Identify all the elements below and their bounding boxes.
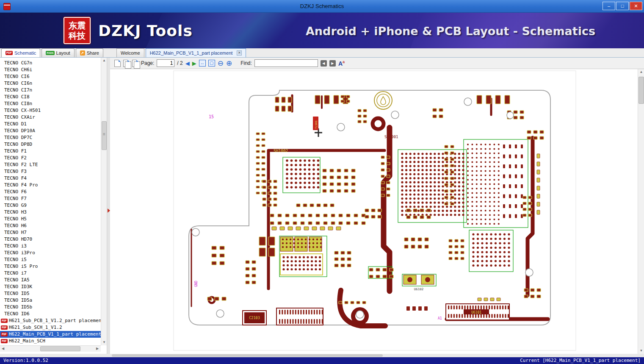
scroll-up-arrow[interactable]: ▲	[638, 69, 644, 75]
maximize-button[interactable]: □	[616, 2, 629, 10]
model-item[interactable]: TECNO CI8	[0, 94, 101, 100]
pcb-viewport[interactable]: 15 SH1002 SH1001 GND A1 C2103 U6101 U610…	[110, 69, 638, 354]
model-item[interactable]: TECNO i3	[0, 243, 101, 250]
file-item[interactable]: PDFH622_Main_SCH	[0, 338, 101, 345]
sidebar-horizontal-scrollbar[interactable]: ◀ ▶	[0, 345, 101, 352]
sidebar-vertical-scrollbar[interactable]: ▲ ▼	[101, 58, 107, 345]
model-item[interactable]: TECNO DP8D	[0, 141, 101, 148]
doc-tab-welcome[interactable]: Welcome	[116, 48, 144, 57]
tab-layout[interactable]: PADS Layout	[41, 48, 74, 57]
match-case-icon[interactable]: Aa	[338, 60, 345, 67]
tab-schematic[interactable]: PDF Schematic	[1, 48, 40, 57]
find-label: Find:	[240, 60, 252, 66]
tab-share[interactable]: ↗ Share	[76, 48, 103, 57]
file-item-label: H621_Sub_SCH_1_V1.2	[9, 324, 62, 331]
page-number-input[interactable]	[157, 59, 174, 67]
main-vertical-scrollbar[interactable]: ▲ ▼	[638, 69, 644, 354]
pcb-label-c2103: C2103	[249, 316, 260, 320]
find-next-icon[interactable]: ▶	[329, 60, 336, 67]
sidebar-hscroll-thumb[interactable]	[40, 346, 80, 351]
main-horizontal-scrollbar[interactable]	[0, 354, 644, 357]
model-item[interactable]: TECNO F2 LTE	[0, 161, 101, 168]
model-item[interactable]: TECNO HD70	[0, 236, 101, 243]
file-item[interactable]: PDFH621_Sub_SCH_1_V1.2	[0, 324, 101, 331]
model-item[interactable]: TECNO DP7C	[0, 134, 101, 141]
find-input[interactable]	[254, 59, 318, 67]
doc-tab-welcome-label: Welcome	[121, 50, 140, 56]
scroll-down-arrow[interactable]: ▼	[101, 339, 107, 345]
model-item[interactable]: TECNO ID6	[0, 311, 101, 317]
model-item[interactable]: TECNO F2	[0, 155, 101, 161]
model-item[interactable]: TECNO CX-H501	[0, 107, 101, 114]
scroll-down-arrow[interactable]: ▼	[638, 348, 644, 354]
continuous-pages-icon[interactable]	[132, 60, 138, 67]
model-item[interactable]: TECNO i7	[0, 270, 101, 277]
doc-tab-h622[interactable]: H622_Main_PCB_V1_1_part placement ✕	[146, 48, 246, 57]
sidebar-vscroll-thumb[interactable]	[102, 121, 107, 150]
document-tabs: Welcome H622_Main_PCB_V1_1_part placemen…	[115, 48, 246, 57]
single-page-icon[interactable]	[114, 60, 121, 67]
model-item[interactable]: TECNO H5	[0, 216, 101, 222]
model-item[interactable]: TECNO F6	[0, 189, 101, 195]
main-vscroll-thumb[interactable]	[638, 77, 644, 104]
pad-cluster	[334, 251, 351, 267]
zoom-out-icon[interactable]: ⊖	[218, 60, 224, 67]
file-item-label: H621_Sub_PCB_1_V1.2_part placement	[9, 317, 101, 324]
model-item[interactable]: TECNO H7	[0, 229, 101, 236]
scroll-right-arrow[interactable]: ▶	[94, 346, 100, 352]
zoom-in-icon[interactable]: ⊕	[226, 60, 232, 67]
model-item[interactable]: TECNO CXAir	[0, 114, 101, 121]
model-item[interactable]: TECNO i5 Pro	[0, 263, 101, 270]
page-label: Page:	[141, 60, 154, 66]
model-item[interactable]: TECNO F3	[0, 168, 101, 175]
pad-cluster	[207, 297, 226, 300]
model-item[interactable]: TECNO F4	[0, 175, 101, 182]
tab-row: PDF Schematic PADS Layout ↗ Share Welcom…	[0, 48, 644, 58]
file-item[interactable]: PDFH621_Sub_PCB_1_V1.2_part placement	[0, 317, 101, 324]
next-page-icon[interactable]: ▶	[192, 61, 196, 66]
fit-page-icon[interactable]: ▢	[208, 60, 215, 67]
model-item[interactable]: TECNO ID3K	[0, 283, 101, 290]
logo-line2: 科技	[69, 31, 86, 41]
scroll-left-arrow[interactable]: ◀	[0, 346, 6, 352]
model-item[interactable]: TECNO ID5a	[0, 297, 101, 304]
model-item[interactable]: TECNO CI8n	[0, 100, 101, 107]
file-item[interactable]: PDFH622_Main_PCB_V1_1_part placement	[0, 331, 101, 338]
previous-page-icon[interactable]: ◀	[185, 61, 190, 66]
model-item[interactable]: TECNO ID5b	[0, 304, 101, 311]
model-list: TECNO CG7nTECNO CH6iTECNO CI6TECNO CI6nT…	[0, 58, 101, 345]
close-button[interactable]: ✕	[630, 2, 642, 10]
model-item[interactable]: TECNO D1	[0, 121, 101, 128]
page-total: / 2	[177, 60, 182, 66]
model-item[interactable]: TECNO DP10A	[0, 128, 101, 134]
pcb-label-u6102: U6102	[414, 287, 424, 291]
model-item[interactable]: TECNO CI6n	[0, 80, 101, 87]
model-item[interactable]: TECNO CI7n	[0, 87, 101, 94]
model-item[interactable]: TECNO F7	[0, 195, 101, 202]
pcb-drawing: 15 SH1002 SH1001 GND A1 C2103 U6101 U610…	[110, 69, 638, 354]
sidebar-splitter[interactable]	[107, 58, 110, 357]
find-previous-icon[interactable]: ◀	[321, 60, 327, 67]
model-item[interactable]: TECNO G9	[0, 202, 101, 209]
model-item[interactable]: TECNO ID5	[0, 290, 101, 297]
model-item[interactable]: TECNO i3Pro	[0, 250, 101, 256]
model-item[interactable]: TECNO H6	[0, 222, 101, 229]
model-item[interactable]: TECNO CH6i	[0, 67, 101, 73]
pcb-label-sh1002: SH1002	[274, 148, 288, 153]
model-item[interactable]: TECNO CG7n	[0, 60, 101, 67]
model-item[interactable]: TECNO F1	[0, 148, 101, 155]
minimize-button[interactable]: –	[603, 2, 615, 10]
facing-pages-icon[interactable]	[123, 60, 130, 67]
pdf-icon: PDF	[1, 319, 8, 323]
model-item[interactable]: TECNO CI6	[0, 73, 101, 80]
file-item-label: H622_Main_SCH	[9, 338, 45, 345]
model-item[interactable]: TECNO F4 Pro	[0, 182, 101, 189]
fit-width-icon[interactable]: ↔	[199, 60, 206, 67]
main-hscroll-thumb[interactable]	[112, 354, 383, 357]
model-item[interactable]: TECNO IA5	[0, 277, 101, 283]
model-item[interactable]: TECNO i5	[0, 256, 101, 263]
pad-cluster	[272, 227, 341, 230]
scroll-up-arrow[interactable]: ▲	[101, 58, 107, 64]
model-item[interactable]: TECNO H3	[0, 209, 101, 216]
close-icon[interactable]: ✕	[237, 50, 242, 56]
